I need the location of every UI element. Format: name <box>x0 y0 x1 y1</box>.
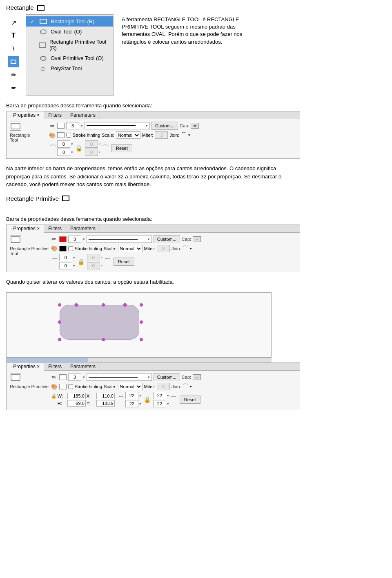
reset-btn-2[interactable]: Reset <box>114 258 134 266</box>
corner-input-bl-1[interactable] <box>57 149 70 156</box>
corner-group-right-1: ▾ ▾ ⌒ <box>85 140 109 156</box>
w-input[interactable] <box>67 393 86 399</box>
corner-input-bl-3[interactable] <box>125 400 138 407</box>
lock-icon-2[interactable]: 🔒 <box>78 258 85 265</box>
corner-arrow-tl-2[interactable]: ▾ <box>73 256 75 260</box>
corner-input-br-3[interactable] <box>153 400 166 407</box>
dropdown-item-oval-prim[interactable]: Oval Primitive Tool (O) <box>26 53 113 63</box>
fill-color-swatch-2[interactable] <box>59 246 67 251</box>
tab-filters-2[interactable]: Filters <box>44 225 66 232</box>
corner-arrow-br-3[interactable]: ▾ <box>167 402 169 406</box>
corner-input-br-1[interactable] <box>85 149 98 156</box>
corner-inputs-right-1: ▾ ▾ <box>85 140 101 156</box>
stroke-hint-checkbox-1[interactable] <box>66 133 71 138</box>
reset-btn-3[interactable]: Reset <box>180 396 200 404</box>
fill-color-swatch-3[interactable] <box>59 384 67 389</box>
check-icon: ✓ <box>30 19 36 24</box>
handle-bm[interactable] <box>102 338 105 341</box>
corner-arrow-tl-3[interactable]: ▾ <box>139 393 141 398</box>
corner-input-br-2[interactable] <box>87 262 100 269</box>
scale-select-3[interactable]: Normal <box>118 383 143 390</box>
canvas-scroll[interactable] <box>6 358 272 362</box>
brush-tool-btn[interactable]: ✒ <box>8 82 19 93</box>
rect-tool-btn[interactable] <box>8 56 19 67</box>
scale-select-2[interactable]: Normal <box>118 245 143 252</box>
corner-arrow-bl-3[interactable]: ▾ <box>139 402 141 406</box>
tab-parameters-3[interactable]: Parameters <box>66 363 100 370</box>
props-row2-2: 🎨 Stroke hinting Scale: Normal Miter: Jo… <box>51 245 296 252</box>
stroke-width-arrow-2[interactable]: ▾ <box>83 237 85 241</box>
handle-ml[interactable] <box>58 320 61 324</box>
corner-input-tl-2[interactable] <box>59 254 72 261</box>
custom-btn-1[interactable]: Custom... <box>151 122 178 130</box>
handle-mr[interactable] <box>140 320 143 324</box>
rect-icon-2 <box>62 196 69 201</box>
corner-input-tl-3[interactable] <box>125 392 138 399</box>
corner-arrow-bl-1[interactable]: ▾ <box>71 150 73 154</box>
handle-br[interactable] <box>140 338 143 341</box>
dropdown-item-rect-tool[interactable]: ✓ Rectangle Tool (R) <box>26 16 113 27</box>
custom-btn-3[interactable]: Custom... <box>154 373 180 381</box>
tab-properties-1[interactable]: ◦Properties × <box>7 111 44 119</box>
handle-tl[interactable] <box>58 303 61 307</box>
tab-filters-1[interactable]: Filters <box>44 111 66 119</box>
stroke-width-input-3[interactable] <box>68 373 81 381</box>
dropdown-item-rect-prim[interactable]: Rectangle Primitive Tool (R) <box>26 37 113 53</box>
lock-icon-1[interactable]: 🔒 <box>76 145 82 151</box>
corner-input-tr-3[interactable] <box>153 392 166 399</box>
handle-tm[interactable] <box>102 303 105 307</box>
miter-input-3[interactable] <box>157 383 170 390</box>
miter-input-2[interactable] <box>157 245 170 252</box>
stroke-width-input-2[interactable] <box>68 236 81 243</box>
corner-arrow-br-2[interactable]: ▾ <box>101 264 103 268</box>
corner-arrow-tr-1[interactable]: ▾ <box>99 142 101 146</box>
corner-arrow-br-1[interactable]: ▾ <box>99 150 101 154</box>
arrow-tool-btn[interactable]: ↗ <box>8 17 19 28</box>
canvas-area[interactable] <box>6 292 272 358</box>
corner-input-bl-2[interactable] <box>59 262 72 269</box>
handle-bl[interactable] <box>58 338 61 341</box>
corner-arrow-bl-2[interactable]: ▾ <box>73 264 75 268</box>
reset-btn-1[interactable]: Reset <box>111 144 132 152</box>
tab-properties-3[interactable]: ◦Properties × <box>7 363 44 371</box>
stroke-color-swatch-2[interactable] <box>59 236 67 242</box>
fill-color-swatch-1[interactable] <box>57 132 65 138</box>
stroke-type-dropdown-1[interactable]: ▾ <box>85 122 150 129</box>
corner-arrow-tr-3[interactable]: ▾ <box>167 393 169 398</box>
stroke-type-dropdown-2[interactable]: ▾ <box>87 236 152 243</box>
tab-parameters-2[interactable]: Parameters <box>66 225 100 232</box>
x-input[interactable] <box>96 393 115 399</box>
handle-tr[interactable] <box>140 303 143 307</box>
tab-filters-3[interactable]: Filters <box>44 363 66 370</box>
canvas-scrollbar-thumb[interactable] <box>6 358 88 363</box>
miter-input-1[interactable] <box>155 131 168 139</box>
stroke-hint-checkbox-3[interactable] <box>68 384 73 389</box>
stroke-width-arrow-3[interactable]: ▾ <box>83 375 85 379</box>
custom-btn-2[interactable]: Custom... <box>154 235 180 243</box>
corner-input-tr-2[interactable] <box>87 254 100 261</box>
corner-arrow-tr-2[interactable]: ▾ <box>101 256 103 260</box>
stroke-hint-checkbox-2[interactable] <box>68 246 73 251</box>
stroke-color-swatch-1[interactable] <box>57 123 65 129</box>
corner-input-tr-1[interactable] <box>85 140 98 148</box>
y-input[interactable] <box>96 400 115 407</box>
stroke-width-arrow-1[interactable]: ▾ <box>81 124 83 128</box>
tab-properties-2[interactable]: ◦Properties × <box>7 225 44 233</box>
h-input[interactable] <box>67 400 86 407</box>
lock-icon-3[interactable]: 🔒 <box>144 396 151 403</box>
dropdown-item-polystar[interactable]: PolyStar Tool <box>26 63 113 73</box>
tab-parameters-1[interactable]: Parameters <box>66 111 100 119</box>
pen-icon-1: ✏ <box>49 122 56 129</box>
lock-btn-3[interactable]: 🔒 <box>51 393 57 399</box>
text-tool-btn[interactable]: T <box>8 30 19 41</box>
stroke-width-input-1[interactable] <box>66 122 79 129</box>
stroke-color-swatch-3[interactable] <box>59 374 67 380</box>
dropdown-item-oval-tool[interactable]: Oval Tool (O) <box>26 27 113 37</box>
corner-arrow-tl-1[interactable]: ▾ <box>71 142 73 146</box>
corner-input-tl-1[interactable] <box>57 140 70 148</box>
line-tool-btn[interactable]: \ <box>8 43 19 54</box>
stroke-type-dropdown-3[interactable]: ▾ <box>87 373 152 381</box>
title-text-2: Rectangle Primitive <box>6 195 59 202</box>
pencil-tool-btn[interactable]: ✏ <box>8 69 19 80</box>
scale-select-1[interactable]: Normal <box>116 131 140 139</box>
